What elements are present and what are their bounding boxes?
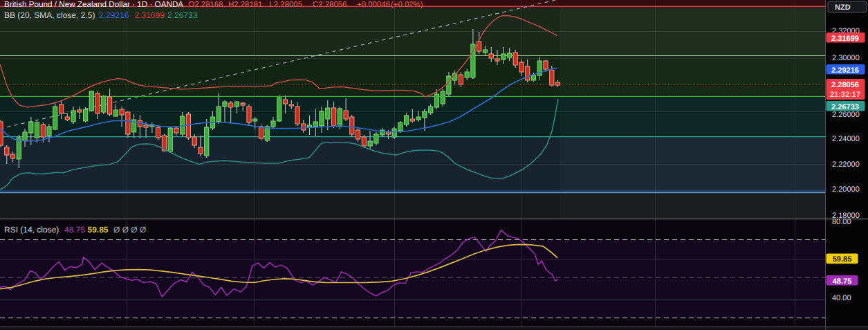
- svg-text:2.24000: 2.24000: [832, 135, 860, 143]
- svg-text:2.29216: 2.29216: [99, 10, 129, 20]
- svg-text:BB (20, SMA, close, 2.5): BB (20, SMA, close, 2.5): [4, 10, 95, 20]
- svg-text:2.22000: 2.22000: [832, 161, 860, 169]
- svg-text:2.29216: 2.29216: [831, 66, 859, 75]
- svg-text:+0.00046: +0.00046: [357, 1, 390, 9]
- svg-text:2.20000: 2.20000: [832, 185, 860, 194]
- svg-text:40.00: 40.00: [832, 294, 851, 302]
- svg-text:O2.28168: O2.28168: [189, 1, 223, 9]
- svg-text:2.28056: 2.28056: [831, 81, 859, 89]
- svg-text:2.26733: 2.26733: [167, 10, 198, 20]
- svg-text:59.85: 59.85: [833, 255, 852, 264]
- svg-text:2.30000: 2.30000: [832, 54, 860, 62]
- svg-text:21:32:17: 21:32:17: [830, 91, 860, 99]
- svg-text:48.75: 48.75: [833, 277, 852, 286]
- svg-text:NZD: NZD: [835, 3, 851, 12]
- svg-text:RSI (14, close): RSI (14, close): [4, 225, 59, 235]
- svg-text:C2.28056: C2.28056: [313, 1, 347, 9]
- svg-text:2.26000: 2.26000: [832, 111, 860, 119]
- svg-text:H2.28181: H2.28181: [228, 1, 262, 9]
- svg-text:L2.28005: L2.28005: [270, 1, 303, 9]
- svg-text:2.31699: 2.31699: [135, 10, 165, 20]
- svg-text:2.26733: 2.26733: [831, 103, 859, 111]
- svg-text:48.75: 48.75: [64, 225, 85, 235]
- svg-text:59.85: 59.85: [88, 225, 109, 235]
- svg-text:2.31699: 2.31699: [831, 35, 859, 43]
- svg-text:British Pound / New Zealand Do: British Pound / New Zealand Dollar · 1D …: [4, 0, 183, 9]
- svg-text:80.00: 80.00: [832, 218, 851, 226]
- svg-text:Ø Ø Ø Ø: Ø Ø Ø Ø: [113, 225, 146, 235]
- svg-text:(+0.02%): (+0.02%): [391, 1, 423, 9]
